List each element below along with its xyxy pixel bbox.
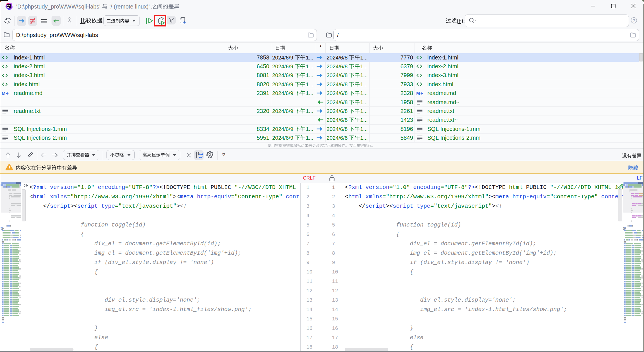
svg-text:?: ? bbox=[633, 18, 635, 23]
svg-text:M: M bbox=[2, 91, 5, 96]
svg-text:M: M bbox=[416, 91, 420, 96]
svg-text:PS: PS bbox=[7, 4, 10, 7]
